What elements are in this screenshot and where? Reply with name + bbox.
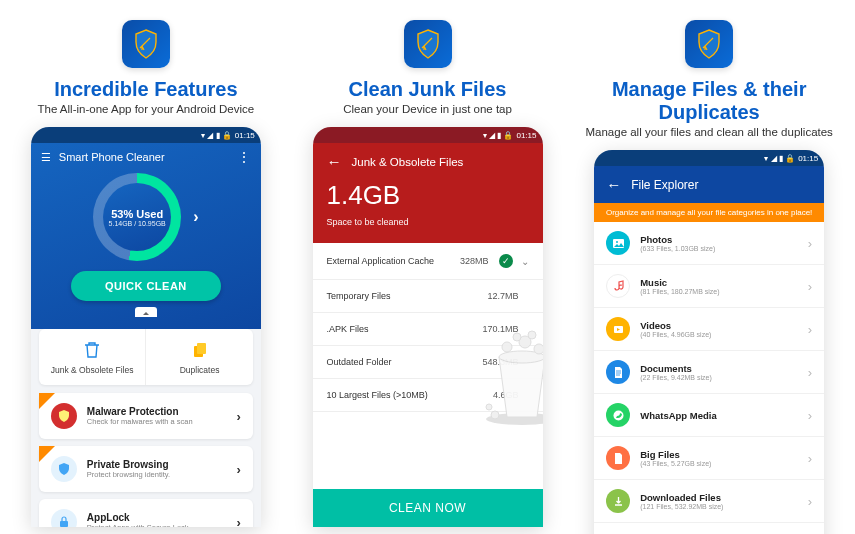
duplicates-shortcut[interactable]: Duplicates	[146, 329, 253, 385]
download-icon	[606, 489, 630, 513]
category-row-documents[interactable]: Documents(22 Files, 9.42MB size)›	[594, 351, 824, 394]
feature-title: Malware Protection	[87, 406, 227, 417]
row-label: .APK Files	[327, 324, 483, 334]
back-arrow-icon[interactable]: ←	[327, 153, 342, 170]
hamburger-icon[interactable]: ☰	[41, 151, 51, 164]
status-icons: ▾ ◢ ▮ 🔒	[483, 131, 514, 140]
chevron-down-icon[interactable]: ⌄	[521, 256, 529, 267]
videos-icon	[606, 317, 630, 341]
music-icon	[606, 274, 630, 298]
category-row-bigfiles[interactable]: Big Files(43 Files, 5.27GB size)›	[594, 437, 824, 480]
back-arrow-icon[interactable]: ←	[606, 176, 621, 193]
column-title: Incredible Features	[54, 78, 237, 101]
junk-files-shortcut[interactable]: Junk & Obsolete Files	[39, 329, 147, 385]
junk-row[interactable]: Temporary Files12.7MB	[313, 280, 543, 313]
svg-rect-1	[197, 343, 206, 354]
junk-row[interactable]: External Application Cache328MB✓⌄	[313, 243, 543, 280]
status-bar: ▾ ◢ ▮ 🔒 01:15	[594, 150, 824, 166]
chevron-right-icon[interactable]: ›	[193, 208, 198, 226]
junk-row[interactable]: Outdated Folder548.3MB	[313, 346, 543, 379]
row-value: 170.1MB	[482, 324, 518, 334]
status-time: 01:15	[798, 154, 818, 163]
junk-size-sub: Space to be cleaned	[327, 217, 529, 227]
shortcut-buttons: Junk & Obsolete Files Duplicates	[39, 329, 253, 385]
storage-detail: 5.14GB / 10.95GB	[109, 220, 166, 227]
feature-column-2: Clean Junk Files Clean your Device in ju…	[292, 20, 564, 534]
junk-header: ← Junk & Obsolete Files 1.4GB Space to b…	[313, 143, 543, 243]
app-title: Smart Phone Cleaner	[59, 151, 165, 163]
svg-point-10	[491, 411, 499, 419]
feature-column-1: Incredible Features The All-in-one App f…	[10, 20, 282, 534]
new-ribbon-icon	[39, 393, 55, 409]
status-time: 01:15	[235, 131, 255, 140]
row-label: Temporary Files	[327, 291, 488, 301]
category-title: Videos	[640, 320, 808, 331]
more-icon[interactable]: ⋮	[237, 149, 251, 165]
screen-title: Junk & Obsolete Files	[352, 156, 464, 168]
lock-icon	[51, 509, 77, 527]
junk-size: 1.4GB	[327, 180, 529, 211]
junk-row[interactable]: 10 Largest Files (>10MB)4.6GB	[313, 379, 543, 412]
clean-now-button[interactable]: CLEAN NOW	[313, 489, 543, 527]
status-bar: ▾ ◢ ▮ 🔒 01:15	[313, 127, 543, 143]
column-subtitle: The All-in-one App for your Android Devi…	[37, 103, 254, 115]
row-label: External Application Cache	[327, 256, 460, 266]
category-sub: (43 Files, 5.27GB size)	[640, 460, 808, 467]
photos-icon	[606, 231, 630, 255]
category-title: Documents	[640, 363, 808, 374]
chevron-right-icon: ›	[808, 494, 812, 509]
category-title: Downloaded Files	[640, 492, 808, 503]
main-header: ☰ Smart Phone Cleaner ⋮ 53% Used 5.14GB …	[31, 143, 261, 329]
feature-row-malware[interactable]: Malware ProtectionCheck for malwares wit…	[39, 393, 253, 439]
category-title: Photos	[640, 234, 808, 245]
storage-percent: 53% Used	[111, 208, 163, 220]
row-value: 328MB	[460, 256, 489, 266]
info-banner: Organize and manage all your file catego…	[594, 203, 824, 222]
column-title: Clean Junk Files	[349, 78, 507, 101]
expand-tab-icon[interactable]	[135, 307, 157, 317]
app-logo-icon	[685, 20, 733, 68]
category-title: WhatsApp Media	[640, 410, 808, 421]
category-row-whatsapp[interactable]: WhatsApp Media›	[594, 394, 824, 437]
phone-screenshot-2: ▾ ◢ ▮ 🔒 01:15 ← Junk & Obsolete Files 1.…	[313, 127, 543, 527]
feature-column-3: Manage Files & their Duplicates Manage a…	[573, 20, 845, 534]
quick-clean-button[interactable]: QUICK CLEAN	[71, 271, 221, 301]
category-sub: (22 Files, 9.42MB size)	[640, 374, 808, 381]
category-title: Big Files	[640, 449, 808, 460]
column-subtitle: Clean your Device in just one tap	[343, 103, 512, 115]
shortcut-label: Duplicates	[180, 365, 220, 375]
feature-row-browsing[interactable]: Private BrowsingProtect browsing identit…	[39, 446, 253, 492]
feature-row-applock[interactable]: AppLockProtect Apps with Secure Lock ›	[39, 499, 253, 527]
svg-point-3	[486, 413, 543, 425]
category-row-downloads[interactable]: Downloaded Files(121 Files, 532.92MB siz…	[594, 480, 824, 523]
row-label: Outdated Folder	[327, 357, 483, 367]
chevron-right-icon: ›	[236, 462, 240, 477]
junk-row[interactable]: .APK Files170.1MB	[313, 313, 543, 346]
status-bar: ▾ ◢ ▮ 🔒 01:15	[31, 127, 261, 143]
status-icons: ▾ ◢ ▮ 🔒	[201, 131, 232, 140]
category-row-music[interactable]: Music(81 Files, 180.27MB size)›	[594, 265, 824, 308]
chevron-right-icon: ›	[808, 236, 812, 251]
row-value: 4.6GB	[493, 390, 519, 400]
row-value: 12.7MB	[487, 291, 518, 301]
shortcut-label: Junk & Obsolete Files	[51, 365, 134, 375]
feature-sub: Protect Apps with Secure Lock	[87, 523, 227, 527]
column-subtitle: Manage all your files and clean all the …	[585, 126, 832, 138]
new-ribbon-icon	[39, 446, 55, 462]
column-title: Manage Files & their Duplicates	[573, 78, 845, 124]
status-icons: ▾ ◢ ▮ 🔒	[764, 154, 795, 163]
svg-point-14	[616, 241, 618, 243]
chevron-right-icon: ›	[808, 279, 812, 294]
storage-ring[interactable]: 53% Used 5.14GB / 10.95GB	[93, 173, 181, 261]
app-logo-icon	[404, 20, 452, 68]
bigfiles-icon	[606, 446, 630, 470]
check-icon[interactable]: ✓	[499, 254, 513, 268]
category-row-videos[interactable]: Videos(40 Files, 4.96GB size)›	[594, 308, 824, 351]
svg-point-16	[613, 410, 623, 420]
documents-icon	[606, 360, 630, 384]
category-row-photos[interactable]: Photos(633 Files, 1.03GB size)›	[594, 222, 824, 265]
chevron-right-icon: ›	[808, 322, 812, 337]
chevron-right-icon: ›	[808, 408, 812, 423]
whatsapp-icon	[606, 403, 630, 427]
screen-title: File Explorer	[631, 178, 698, 192]
